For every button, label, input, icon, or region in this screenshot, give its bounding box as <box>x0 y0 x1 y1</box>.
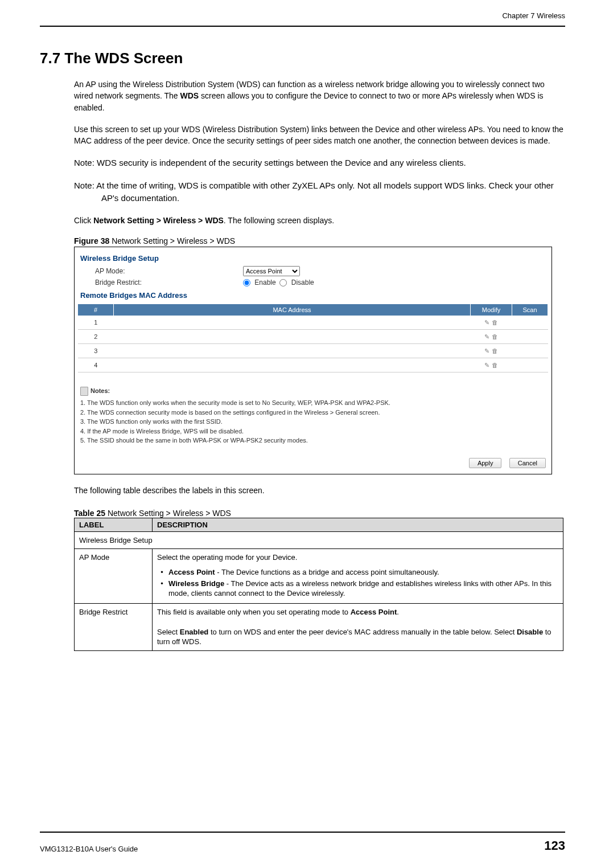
intro-paragraph-2: Use this screen to set up your WDS (Wire… <box>74 124 565 147</box>
enable-text: Enable <box>254 279 275 286</box>
footer-guide: VMG1312-B10A User's Guide <box>40 845 138 853</box>
gui-section-wireless-bridge-setup: Wireless Bridge Setup <box>78 251 548 265</box>
table-row: 2 ✎ 🗑 <box>78 330 548 344</box>
table-label: Table 25 <box>74 509 105 518</box>
figure-screenshot: Wireless Bridge Setup AP Mode: Access Po… <box>74 247 552 474</box>
table-row: 4 ✎ 🗑 <box>78 358 548 372</box>
note-2-text: Note: At the time of writing, WDS is com… <box>74 179 565 204</box>
th-modify: Modify <box>471 304 512 316</box>
b2-rest: - The Device acts as a wireless network … <box>168 579 552 598</box>
delete-icon[interactable]: 🗑 <box>492 362 498 369</box>
disable-radio[interactable] <box>279 279 287 286</box>
labels-description-table: LABEL DESCRIPTION Wireless Bridge Setup … <box>74 518 563 651</box>
enable-radio[interactable] <box>243 279 250 286</box>
r2-bold2: Enabled <box>180 628 209 636</box>
row-description: This field is available only when you se… <box>153 603 563 650</box>
intro-paragraph-1: An AP using the Wireless Distribution Sy… <box>74 79 565 113</box>
bridge-restrict-label: Bridge Restrict: <box>95 279 243 286</box>
edit-icon[interactable]: ✎ <box>484 319 489 326</box>
th-description: DESCRIPTION <box>153 518 563 531</box>
figure-caption: Figure 38 Network Setting > Wireless > W… <box>74 236 565 245</box>
note-1-text: Note: WDS security is independent of the… <box>74 157 565 169</box>
gui-note-line: 2. The WDS connection security mode is b… <box>80 408 546 417</box>
row-num: 4 <box>78 358 114 372</box>
ap-mode-select[interactable]: Access Point <box>243 266 300 276</box>
footer-rule <box>40 832 565 833</box>
gui-note-line: 5. The SSID should be the same in both W… <box>80 436 546 445</box>
section-title: 7.7 The WDS Screen <box>40 50 565 67</box>
note-1: Note: WDS security is independent of the… <box>74 157 565 169</box>
edit-icon[interactable]: ✎ <box>484 362 489 369</box>
figure-caption-text: Network Setting > Wireless > WDS <box>109 236 235 245</box>
edit-icon[interactable]: ✎ <box>484 333 489 340</box>
table-caption: Table 25 Network Setting > Wireless > WD… <box>74 509 565 518</box>
disable-text: Disable <box>291 279 314 286</box>
row-num: 3 <box>78 344 114 358</box>
th-mac: MAC Address <box>114 304 471 316</box>
r2-bold1: Access Point <box>351 608 397 616</box>
mac-address-table: # MAC Address Modify Scan 1 ✎ 🗑 2 ✎ 🗑 3 <box>78 304 548 372</box>
row-section-header: Wireless Bridge Setup <box>75 531 563 549</box>
table-row: 3 ✎ 🗑 <box>78 344 548 358</box>
delete-icon[interactable]: 🗑 <box>492 347 498 354</box>
r1-intro: Select the operating mode for your Devic… <box>157 553 297 562</box>
bridge-restrict-enable[interactable]: Enable <box>243 279 276 286</box>
click-bold: Network Setting > Wireless > WDS <box>93 216 224 225</box>
r2c: Select <box>157 628 180 636</box>
b1-bold: Access Point <box>168 568 215 576</box>
row-num: 1 <box>78 316 114 330</box>
chapter-header: Chapter 7 Wireless <box>40 11 565 20</box>
figure-label: Figure 38 <box>74 236 109 245</box>
b1-rest: - The Device functions as a bridge and a… <box>215 568 439 576</box>
r2d: to turn on WDS and enter the peer device… <box>208 628 517 636</box>
bridge-restrict-disable[interactable]: Disable <box>279 279 314 286</box>
row-label: Bridge Restrict <box>75 603 153 650</box>
r2b: . <box>397 608 399 616</box>
header-rule <box>40 26 565 27</box>
note-icon <box>80 387 88 396</box>
delete-icon[interactable]: 🗑 <box>492 319 498 326</box>
row-num: 2 <box>78 330 114 344</box>
after-figure-text: The following table describes the labels… <box>74 485 565 496</box>
ap-mode-label: AP Mode: <box>95 267 243 275</box>
cancel-button[interactable]: Cancel <box>509 458 546 468</box>
table-caption-text: Network Setting > Wireless > WDS <box>105 509 231 518</box>
bullet-wireless-bridge: Wireless Bridge - The Device acts as a w… <box>167 579 558 599</box>
click-instruction: Click Network Setting > Wireless > WDS. … <box>74 215 565 226</box>
gui-section-remote-bridges: Remote Bridges MAC Address <box>78 288 548 302</box>
click-b: . The following screen displays. <box>224 216 334 225</box>
gui-note-line: 1. The WDS function only works when the … <box>80 398 546 408</box>
click-a: Click <box>74 216 93 225</box>
r2a: This field is available only when you se… <box>157 608 351 616</box>
table-row: 1 ✎ 🗑 <box>78 316 548 330</box>
page-number: 123 <box>544 838 565 853</box>
gui-note-line: 4. If the AP mode is Wireless Bridge, WP… <box>80 427 546 436</box>
apply-button[interactable]: Apply <box>469 458 502 468</box>
gui-notes-box: Notes: 1. The WDS function only works wh… <box>78 384 548 447</box>
row-label: AP Mode <box>75 549 153 603</box>
th-scan: Scan <box>512 304 548 316</box>
row-description: Select the operating mode for your Devic… <box>153 549 563 603</box>
p1-bold: WDS <box>180 91 199 100</box>
th-label: LABEL <box>75 518 153 531</box>
b2-bold: Wireless Bridge <box>168 579 224 588</box>
bullet-access-point: Access Point - The Device functions as a… <box>167 567 558 578</box>
gui-note-line: 3. The WDS function only works with the … <box>80 417 546 427</box>
edit-icon[interactable]: ✎ <box>484 347 489 354</box>
th-number: # <box>78 304 114 316</box>
note-2: Note: At the time of writing, WDS is com… <box>74 179 565 204</box>
delete-icon[interactable]: 🗑 <box>492 333 498 340</box>
r2-bold3: Disable <box>517 628 543 636</box>
notes-heading: Notes: <box>90 386 110 396</box>
